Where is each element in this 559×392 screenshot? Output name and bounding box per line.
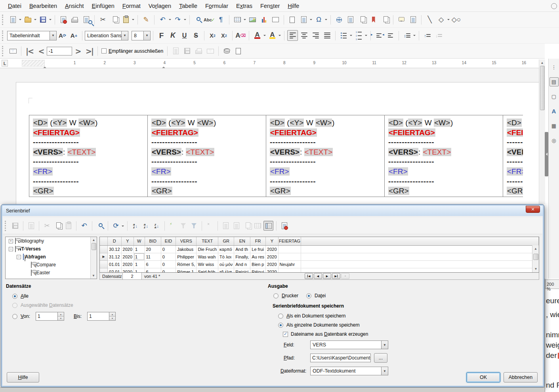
save-icon[interactable] — [38, 14, 48, 25]
drucker-radio[interactable] — [273, 293, 279, 298]
grid-cell[interactable]: 2020 — [121, 268, 134, 273]
ausgewaehlte-radio[interactable] — [12, 303, 17, 308]
data-to-text-icon[interactable] — [221, 221, 231, 231]
combo-dropdown-icon[interactable]: ▼ — [381, 367, 388, 375]
grid-cell[interactable]: 20 — [145, 245, 161, 253]
menubar-globe-icon[interactable] — [551, 3, 557, 9]
toolbar-grip[interactable] — [2, 46, 6, 56]
row-header-cell[interactable] — [100, 260, 108, 268]
grid-column-header[interactable]: BID — [145, 237, 161, 245]
sort-ascending-icon[interactable]: az↓ — [141, 221, 151, 231]
justify-button[interactable] — [322, 30, 332, 41]
new-record-button[interactable]: + — [341, 273, 349, 279]
menu-item-tabelle[interactable]: Tabelle — [175, 1, 201, 11]
grid-column-header[interactable]: FEIERTAG — [278, 237, 301, 245]
footnote-icon[interactable] — [345, 14, 356, 25]
grid-cell[interactable]: 1 — [134, 253, 145, 260]
grid-cell[interactable]: 2020 — [121, 245, 134, 253]
cut-icon[interactable]: ✂ — [42, 221, 52, 231]
grid-cell[interactable]: 6 — [145, 268, 161, 273]
zoom-level-status[interactable]: 200 % — [545, 279, 559, 289]
undo-icon[interactable]: ↶ — [79, 221, 89, 231]
grid-cell[interactable]: 2020 — [266, 268, 278, 273]
grid-cell[interactable]: 0 — [161, 268, 176, 273]
grid-column-header[interactable]: EN — [234, 237, 250, 245]
menu-item-formular[interactable]: Formular — [201, 1, 232, 11]
grid-cell[interactable]: 2020 — [121, 253, 134, 260]
track-changes-icon[interactable] — [408, 14, 418, 25]
first-record-icon[interactable]: |< — [24, 46, 35, 56]
properties-icon[interactable]: ▤ — [549, 77, 559, 86]
page-icon[interactable]: ▢ — [549, 92, 559, 101]
line-icon[interactable]: ╲ — [424, 14, 435, 25]
standard-filter-icon[interactable] — [189, 221, 199, 231]
dateiname-checkbox[interactable] — [283, 332, 288, 337]
grid-cell[interactable]: 31.12 — [108, 253, 122, 260]
save-merged-documents-icon[interactable] — [182, 46, 193, 56]
grid-cell[interactable]: Römer 1 — [176, 268, 197, 273]
grid-column-header[interactable] — [301, 237, 539, 245]
grid-cell[interactable]: τῇ ἐλπ — [218, 268, 234, 273]
subscript-button[interactable]: X2 — [219, 30, 229, 41]
increase-paragraph-spacing-icon[interactable]: ↑ — [422, 30, 433, 41]
decrease-indent-icon[interactable]: ◂ — [385, 30, 396, 41]
spin-up-icon[interactable]: ▲ — [58, 312, 64, 317]
strikethrough-button[interactable]: S — [191, 30, 201, 41]
grid-column-header[interactable]: EID — [161, 237, 176, 245]
row-header-cell[interactable]: ▶ — [100, 253, 108, 260]
insert-field-icon[interactable] — [298, 14, 309, 25]
table-cell[interactable]: <D> (<Y> W <W>)<FEIERTAG>---------------… — [29, 115, 148, 197]
sort-descending-icon[interactable]: za↓ — [152, 221, 162, 231]
spin-up-icon[interactable]: ▲ — [109, 312, 115, 317]
tree-item-qcompare[interactable]: qCompare — [6, 261, 97, 269]
grid-column-header[interactable]: Y — [121, 237, 134, 245]
menu-item-bearbeiten[interactable]: Bearbeiten — [25, 1, 61, 11]
grid-cell[interactable]: 02.01 — [108, 268, 122, 273]
edit-data-icon[interactable] — [26, 221, 36, 231]
navigator-icon[interactable]: ◎ — [549, 136, 559, 145]
dateiformat-combo[interactable]: ODF-Textdokument ▼ — [310, 367, 388, 375]
font-name-combo[interactable]: Liberation Sans ▼ — [85, 31, 128, 40]
grid-cell[interactable]: Bien p — [250, 260, 266, 268]
print-preview-icon[interactable] — [81, 14, 92, 25]
spinner-buttons[interactable]: ▲▼ — [109, 312, 115, 320]
last-record-icon[interactable]: >| — [84, 46, 95, 56]
grid-cell[interactable]: καρπό — [218, 245, 234, 253]
tree-expander-icon[interactable]: + — [9, 239, 13, 243]
cross-reference-icon[interactable] — [380, 14, 390, 25]
insert-textbox-icon[interactable] — [270, 14, 281, 25]
record-number-value[interactable]: 2 — [123, 273, 142, 279]
pfad-field[interactable]: C:\Users\Kasper\Documents — [310, 354, 371, 362]
table-cell[interactable]: <D> (<Y> W <W>)<FEIERTAG>---------------… — [503, 115, 523, 197]
grid-cell[interactable]: 30.12 — [108, 245, 122, 253]
feld-combo[interactable]: VERS ▼ — [310, 340, 388, 349]
cut-icon[interactable]: ✂ — [97, 14, 108, 25]
horizontal-ruler[interactable]: L 12345678910111213141516 — [0, 59, 545, 68]
scroll-up-icon[interactable]: ▲ — [540, 60, 545, 65]
print-merged-documents-icon[interactable] — [193, 46, 204, 56]
grid-cell[interactable]: Wir wiss — [197, 260, 218, 268]
grid-cell[interactable]: Réjoui — [250, 268, 266, 273]
sort-icon[interactable]: az↓ — [130, 221, 140, 231]
menu-item-fenster[interactable]: Fenster — [256, 1, 284, 11]
paste-icon[interactable] — [63, 221, 73, 231]
reset-filter-icon[interactable] — [205, 221, 215, 231]
scroll-down-icon[interactable]: ▼ — [533, 266, 539, 272]
grid-cell[interactable]: 6 — [145, 260, 161, 268]
comment-icon[interactable] — [396, 14, 407, 25]
font-size-combo[interactable]: 8 ▼ — [132, 31, 151, 40]
undo-icon[interactable]: ↶ — [157, 14, 168, 25]
insert-image-icon[interactable] — [247, 14, 258, 25]
table-cell[interactable]: <D> (<Y> W <W>)<FEIERTAG>---------------… — [148, 115, 266, 197]
styles-icon[interactable]: A — [549, 107, 559, 116]
hilfe-button[interactable]: Hilfe — [7, 372, 39, 382]
data-source-icon[interactable] — [253, 221, 263, 231]
document-vertical-scrollbar[interactable]: ▲ — [539, 59, 545, 204]
spin-down-icon[interactable]: ▼ — [109, 317, 115, 321]
sidebar-menu-icon[interactable]: ⋮ — [549, 63, 559, 72]
basic-shapes-icon[interactable]: ◇ — [436, 14, 446, 25]
align-right-button[interactable] — [310, 30, 321, 41]
find-record-icon[interactable] — [95, 221, 105, 231]
grid-cell[interactable]: 0 — [161, 260, 176, 268]
page-frame-icon[interactable] — [233, 46, 244, 56]
